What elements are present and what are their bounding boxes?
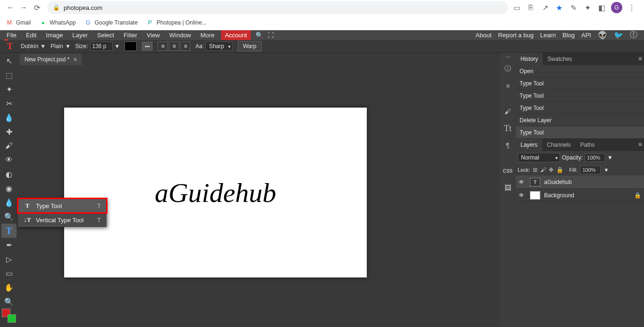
profile-avatar[interactable]: G (611, 2, 622, 13)
close-tab-icon[interactable]: × (73, 56, 77, 63)
pen-tool[interactable]: ✒ (1, 238, 17, 252)
font-size-input[interactable] (90, 42, 113, 51)
css-panel-icon[interactable]: CSS (501, 164, 514, 177)
blur-tool[interactable]: 💧 (1, 195, 17, 210)
fullscreen-icon[interactable]: ⛶ (268, 32, 274, 39)
share-icon[interactable]: ↗ (540, 3, 550, 12)
history-item[interactable]: Type Tool (516, 77, 644, 90)
document-tab[interactable]: New Project.psd * × (20, 54, 82, 65)
history-item[interactable]: Type Tool (516, 90, 644, 102)
menu-file[interactable]: File (2, 30, 21, 40)
menu-window[interactable]: Window (165, 30, 196, 40)
lock-brush-icon[interactable]: 🖌 (540, 167, 546, 173)
history-item[interactable]: Type Tool (516, 126, 644, 139)
crop-tool[interactable]: ✂ (1, 96, 17, 110)
tab-swatches[interactable]: Swatches (543, 53, 577, 65)
font-family-select[interactable]: Dobkin ▼ (21, 43, 46, 50)
tab-paths[interactable]: Paths (576, 139, 600, 151)
align-left-button[interactable]: ≡ (157, 42, 168, 51)
color-swatches[interactable] (2, 309, 16, 323)
bookmark-star-icon[interactable]: ★ (554, 3, 564, 12)
zoom-tool[interactable]: 🔍 (1, 294, 17, 309)
fill-input[interactable] (580, 166, 601, 174)
url-bar[interactable]: 🔒 photopea.com (47, 1, 508, 14)
blend-mode-select[interactable]: Normal (518, 153, 560, 162)
clipboard-icon[interactable]: ▭ (512, 3, 521, 12)
menu-view[interactable]: View (142, 30, 165, 40)
lock-move-icon[interactable]: ✥ (549, 167, 553, 173)
eyedropper-tool[interactable]: 💧 (1, 110, 17, 125)
menu-layer[interactable]: Layer (68, 30, 93, 40)
menu-edit[interactable]: Edit (21, 30, 41, 40)
facebook-icon[interactable]: ⓕ (630, 30, 637, 40)
path-select-tool[interactable]: ▷ (1, 252, 17, 266)
eraser-tool[interactable]: ◐ (1, 167, 17, 181)
link-about[interactable]: About (476, 32, 492, 39)
type-tool[interactable]: T (1, 224, 17, 238)
visibility-icon[interactable]: 👁 (519, 192, 526, 199)
info-panel-icon[interactable]: ⓘ (501, 62, 514, 75)
para-panel-icon[interactable]: ¶ (501, 139, 514, 152)
extensions-icon[interactable]: ✦ (583, 3, 592, 12)
char-panel-toggle[interactable]: ••• (141, 42, 153, 51)
text-color-swatch[interactable] (124, 42, 137, 51)
align-right-button[interactable]: ≡ (180, 42, 190, 51)
char-panel-icon[interactable]: Tt (501, 122, 514, 135)
link-learn[interactable]: Learn (540, 32, 556, 39)
font-size-dropdown[interactable]: ▼ (115, 43, 120, 50)
sidepanel-icon[interactable]: ◧ (597, 3, 606, 12)
search-icon[interactable]: 🔍 (256, 32, 263, 39)
move-tool[interactable]: ↖ (1, 54, 17, 68)
clone-tool[interactable]: 👁 (1, 153, 17, 167)
menu-image[interactable]: Image (41, 30, 67, 40)
menu-select[interactable]: Select (92, 30, 119, 40)
lock-all-icon[interactable]: 🔒 (556, 167, 563, 173)
adjust-panel-icon[interactable]: ≡ (501, 79, 514, 92)
heal-tool[interactable]: ✚ (1, 125, 17, 139)
fill-dropdown[interactable]: ▼ (603, 167, 609, 173)
twitter-icon[interactable]: 🐦 (614, 31, 623, 40)
menu-filter[interactable]: Filter (119, 30, 142, 40)
panel-menu-icon[interactable]: ≡ (638, 55, 642, 62)
menu-account[interactable]: Account (221, 30, 251, 40)
reddit-icon[interactable]: 👽 (598, 31, 607, 40)
background-color[interactable] (8, 314, 16, 323)
image-panel-icon[interactable]: 🖼 (501, 181, 514, 194)
bookmark-photopea[interactable]: PPhotopea | Online... (146, 19, 206, 26)
dodge-tool[interactable]: 🔍 (1, 210, 17, 224)
nav-reload[interactable]: ⟳ (30, 1, 43, 14)
kebab-menu-icon[interactable]: ⋮ (627, 3, 636, 12)
wand-tool[interactable]: ✦ (1, 82, 17, 96)
tab-history[interactable]: History (516, 53, 543, 65)
panel-menu-icon[interactable]: ≡ (638, 141, 642, 148)
tab-channels[interactable]: Channels (542, 139, 576, 151)
brush-panel-icon[interactable]: 🖌 (501, 105, 514, 118)
nav-back[interactable]: ← (4, 1, 17, 14)
shape-tool[interactable]: ▭ (1, 266, 17, 280)
layer-row[interactable]: 👁 Background 🔒 (516, 189, 644, 202)
layer-row[interactable]: 👁 T aGuidehub (516, 176, 644, 189)
opacity-dropdown[interactable]: ▼ (607, 154, 613, 161)
eyedropper-ext-icon[interactable]: ✎ (569, 3, 578, 12)
flyout-type-tool[interactable]: T Type Tool T (18, 199, 107, 213)
history-item[interactable]: Open (516, 65, 644, 77)
tab-layers[interactable]: Layers (516, 139, 542, 151)
flyout-vertical-type-tool[interactable]: ↓T Vertical Type Tool T (18, 213, 107, 227)
bookmark-translate[interactable]: GGoogle Translate (84, 19, 138, 26)
gradient-tool[interactable]: ◉ (1, 181, 17, 195)
link-report-bug[interactable]: Report a bug (498, 32, 534, 39)
align-center-button[interactable]: ≡ (169, 42, 179, 51)
lock-pixels-icon[interactable]: ⊞ (533, 167, 537, 173)
marquee-tool[interactable]: ⬚ (1, 68, 17, 82)
brush-tool[interactable]: 🖌 (1, 139, 17, 153)
viewport[interactable]: aGuidehub (18, 65, 500, 327)
history-item[interactable]: Type Tool (516, 102, 644, 114)
bookmark-gmail[interactable]: MGmail (6, 19, 31, 26)
nav-forward[interactable]: → (17, 1, 30, 14)
history-item[interactable]: Delete Layer (516, 114, 644, 126)
canvas-text[interactable]: aGuidehub (155, 177, 276, 209)
font-style-select[interactable]: Plain ▼ (50, 43, 71, 50)
hand-tool[interactable]: ✋ (1, 280, 17, 294)
opacity-input[interactable] (585, 153, 605, 162)
antialias-select[interactable]: Sharp (206, 42, 233, 51)
